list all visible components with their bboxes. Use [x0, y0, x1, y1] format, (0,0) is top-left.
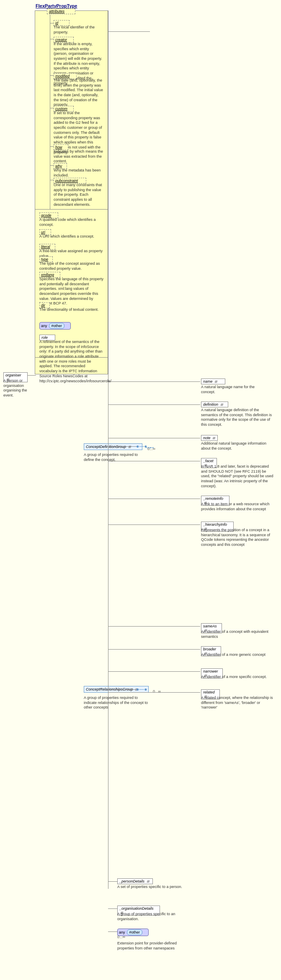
hline-to-name — [108, 381, 200, 382]
hline-to-note — [108, 438, 200, 438]
desc-how: Indicates by which means the value was e… — [54, 149, 104, 164]
hline-to-hierarchyinfo — [108, 525, 200, 525]
hline-why — [50, 165, 54, 166]
desc-dir: The directionality of textual content. — [39, 307, 104, 312]
dot-crg: ●—● — [136, 686, 147, 692]
hline-to-persondetails — [108, 881, 117, 882]
hline-modified — [50, 75, 54, 76]
hline-to-sameas — [108, 626, 200, 627]
desc-id: The local identifier of the property. — [54, 25, 104, 35]
cardinality-anyother: 0...∞ — [117, 935, 125, 939]
desc-note: Additional natural language information … — [201, 441, 274, 451]
hline-to-remoteinfo — [108, 499, 200, 499]
hline-to-crg — [108, 689, 137, 690]
desc-hierarchyinfo: Represents the position of a concept in … — [201, 528, 274, 548]
hline-id — [50, 23, 54, 23]
hline-to-anyother-bottom — [108, 931, 117, 932]
desc-sameas: An identifier of a concept with equivale… — [201, 629, 274, 639]
hline-to-narrower — [108, 671, 200, 672]
desc-organiser: A person or organisation organising the … — [3, 379, 34, 398]
hline-how — [50, 146, 54, 147]
hline-to-related — [108, 692, 200, 693]
desc-uri: A URI which identifies a concept. — [39, 234, 104, 239]
desc-name: A natural language name for the concept. — [201, 385, 264, 394]
hline-to-cdg — [108, 31, 150, 32]
dot-cdg: ●—● — [136, 443, 147, 449]
element-note: note ⊞ — [201, 435, 218, 441]
hline-to-broader — [108, 649, 200, 650]
main-spine — [108, 10, 108, 889]
diagram-container: FlexPartyPropType attributes id The loca… — [0, 0, 281, 980]
desc-xmllang: Specifies the language of this property … — [39, 277, 104, 306]
element-name: name ⊞ — [201, 379, 225, 384]
desc-crg: A group of properties required to indica… — [84, 696, 149, 710]
hline-to-facet — [108, 461, 200, 461]
desc-modified: The date (and, optionally, the time) whe… — [54, 78, 104, 107]
element-definition: definition ⊞ — [201, 402, 228, 407]
element-persondetails: _personDetails ⊞ — [117, 878, 153, 884]
desc-role: A refinement of the semantics of the pro… — [39, 340, 104, 384]
any-other-1: any #other — [39, 322, 71, 330]
desc-anyother: Extension point for provider-defined pro… — [117, 941, 186, 951]
hline-custom — [50, 108, 54, 108]
desc-remoteinfo: A link to an item or a web resource whic… — [201, 502, 274, 512]
desc-facet: In NAR 1.8 and later, facet is deprecate… — [201, 464, 274, 489]
hline-to-cdg — [108, 446, 137, 447]
hline-creator — [50, 39, 54, 39]
attributes-label: attributes — [47, 8, 75, 14]
desc-orgdetails: A group of properties specific to an org… — [117, 912, 186, 921]
hline-to-definition — [108, 404, 200, 405]
desc-definition: A natural language definition of the sem… — [201, 408, 274, 427]
hline-pubconstraint — [50, 180, 54, 180]
hline-to-orgdetails — [108, 908, 117, 909]
desc-why: Why the metadata has been included. — [54, 168, 104, 178]
desc-type: The type of the concept assigned as cont… — [39, 261, 104, 271]
desc-related: A related concept, where the relationshi… — [201, 696, 274, 710]
page-title: FlexPartyPropType — [36, 3, 77, 8]
desc-pubconstraint: One or many constraints that apply to pu… — [54, 183, 104, 207]
concept-def-group: ConceptDefinitionGroup ⊞ — [84, 443, 142, 450]
cardinality-crg: 0...∞ — [153, 689, 161, 693]
desc-persondetails: A set of properties specific to a person… — [117, 885, 184, 890]
desc-qcode: A qualified code which identifies a conc… — [39, 217, 104, 227]
desc-broader: An identifier of a more generic concept — [201, 652, 274, 658]
hline-organiser — [28, 375, 36, 376]
desc-narrower: An identifier of a more specific concept… — [201, 675, 274, 680]
